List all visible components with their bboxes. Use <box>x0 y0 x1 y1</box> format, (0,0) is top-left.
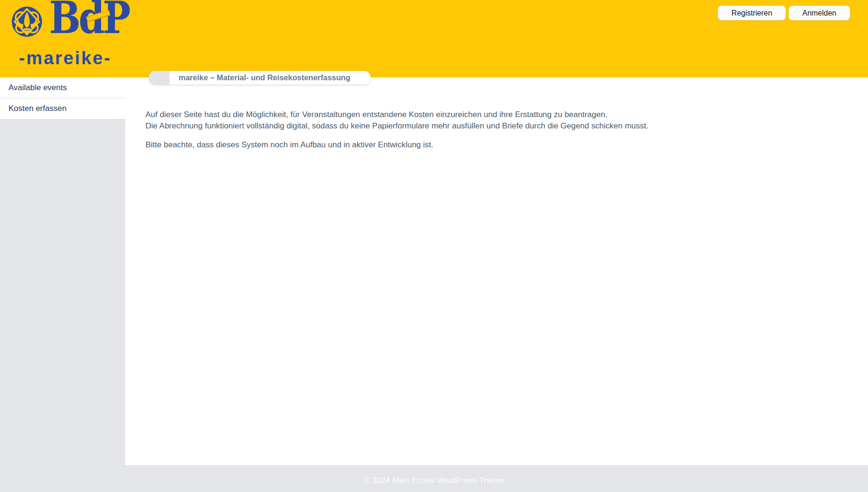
register-button[interactable]: Registrieren <box>718 6 786 20</box>
auth-buttons: Registrieren Anmelden <box>718 6 850 20</box>
footer-copyright: © 2024 Mein Erstes WordPress-Theme <box>364 476 504 485</box>
page-title-tab: mareike – Material- und Reisekostenerfas… <box>149 71 371 85</box>
login-button[interactable]: Anmelden <box>789 6 850 20</box>
page-title: mareike – Material- und Reisekostenerfas… <box>179 73 350 82</box>
logo-subtitle: -mareike- <box>14 48 116 68</box>
header-bar: BdP -mareike- Registrieren Anmelden <box>0 0 868 77</box>
sidebar-item-label: Available events <box>9 83 67 93</box>
sidebar-item-available-events[interactable]: Available events <box>0 77 125 98</box>
sidebar-nav: Available events Kosten erfassen <box>0 77 125 119</box>
intro-line-2: Die Abrechnung funktioniert vollständig … <box>145 120 648 132</box>
sidebar-item-kosten-erfassen[interactable]: Kosten erfassen <box>0 98 125 119</box>
intro-line-1: Auf dieser Seite hast du die Möglichkeit… <box>145 109 648 120</box>
sidebar: Available events Kosten erfassen <box>0 77 125 465</box>
intro-text-block: Auf dieser Seite hast du die Möglichkeit… <box>145 109 648 151</box>
page: BdP -mareike- Registrieren Anmelden mare… <box>0 0 868 492</box>
note-paragraph: Bitte beachte, dass dieses System noch i… <box>145 139 648 151</box>
sidebar-item-label: Kosten erfassen <box>9 104 67 113</box>
bdp-logo[interactable]: BdP -mareike- <box>0 0 137 77</box>
tab-favicon-placeholder <box>149 71 170 85</box>
fleur-de-lis-badge-icon <box>11 6 43 37</box>
footer: © 2024 Mein Erstes WordPress-Theme <box>0 465 868 492</box>
intro-paragraph: Auf dieser Seite hast du die Möglichkeit… <box>145 109 648 132</box>
